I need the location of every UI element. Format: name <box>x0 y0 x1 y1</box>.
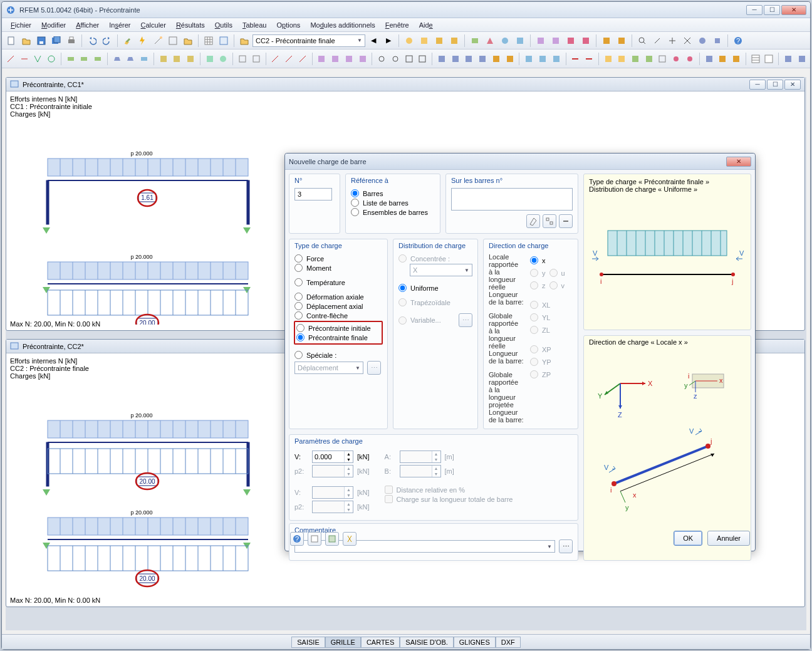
t2-32-icon[interactable] <box>476 52 489 66</box>
prev-icon[interactable]: ◀ <box>367 34 380 48</box>
menu-afficher[interactable]: Afficher <box>72 20 103 30</box>
menu-inserer[interactable]: Insérer <box>105 20 134 30</box>
type-cf-radio[interactable]: Contre-flèche <box>294 311 382 320</box>
open-icon[interactable] <box>19 34 33 48</box>
pick-members-icon[interactable] <box>526 214 540 228</box>
type-defax-radio[interactable]: Déformation axiale <box>294 293 382 301</box>
doc1-close[interactable]: ✕ <box>784 80 801 90</box>
status-dxf[interactable]: DXF <box>496 637 521 648</box>
t2-28-icon[interactable] <box>417 52 429 66</box>
saveall-icon[interactable] <box>49 34 63 48</box>
type-depax-radio[interactable]: Déplacement axial <box>294 302 382 310</box>
t2-33-icon[interactable] <box>490 52 502 66</box>
type-spec-radio[interactable]: Spéciale : <box>294 351 382 359</box>
t2-30-icon[interactable] <box>449 52 462 66</box>
help-icon[interactable]: ? <box>731 34 745 48</box>
t2-2-icon[interactable] <box>18 52 31 66</box>
type-temp-radio[interactable]: Température <box>294 278 382 286</box>
folder2-icon[interactable] <box>181 34 195 48</box>
t2-29-icon[interactable] <box>435 52 448 66</box>
menu-tableau[interactable]: Tableau <box>239 20 271 30</box>
table-icon[interactable] <box>202 34 216 48</box>
t2-7-icon[interactable] <box>91 52 104 66</box>
tool-p-icon[interactable] <box>665 34 679 48</box>
main-minimize-button[interactable]: ─ <box>746 5 763 15</box>
tool-g-icon[interactable] <box>498 34 512 48</box>
main-close-button[interactable]: ✕ <box>781 5 806 15</box>
redo-icon[interactable] <box>100 34 114 48</box>
doc1-min[interactable]: ─ <box>749 80 766 90</box>
undo-icon[interactable] <box>85 34 99 48</box>
tool-n-icon[interactable] <box>615 34 628 48</box>
t2-52-icon[interactable] <box>782 52 794 66</box>
edit-icon[interactable] <box>121 34 135 48</box>
tool-i-icon[interactable] <box>534 34 548 48</box>
wand-icon[interactable] <box>151 34 165 48</box>
doc1-max[interactable]: ☐ <box>767 80 783 90</box>
loadcase-combo[interactable]: CC2 - Précontrainte finale ▼ <box>252 34 365 47</box>
dir-x-radio[interactable]: x <box>530 256 546 264</box>
type-pf-radio[interactable]: Précontrainte finale <box>296 333 380 341</box>
menu-outils[interactable]: Outils <box>211 20 236 30</box>
new-icon[interactable] <box>4 34 18 48</box>
t2-40-icon[interactable] <box>602 52 615 66</box>
t2-49-icon[interactable] <box>730 52 742 66</box>
t2-34-icon[interactable] <box>504 52 516 66</box>
t2-27-icon[interactable] <box>403 52 415 66</box>
t2-53-icon[interactable] <box>796 52 808 66</box>
clear-icon[interactable] <box>559 214 573 228</box>
t2-38-icon[interactable] <box>569 52 581 66</box>
t2-46-icon[interactable] <box>684 52 696 66</box>
frame-icon[interactable] <box>166 34 180 48</box>
t2-22-icon[interactable] <box>329 52 341 66</box>
tool-d-icon[interactable] <box>447 34 461 48</box>
tool-q-icon[interactable] <box>680 34 694 48</box>
t2-37-icon[interactable] <box>550 52 563 66</box>
t2-12-icon[interactable] <box>171 52 184 66</box>
t2-11-icon[interactable] <box>157 52 170 66</box>
t2-3-icon[interactable] <box>31 52 44 66</box>
menu-modules[interactable]: Modules additionnels <box>306 20 378 30</box>
t2-5-icon[interactable] <box>65 52 77 66</box>
menu-fenetre[interactable]: Fenêtre <box>382 20 413 30</box>
tool-e-icon[interactable] <box>468 34 482 48</box>
lightning-icon[interactable] <box>136 34 150 48</box>
no-input[interactable] <box>294 188 332 201</box>
t2-36-icon[interactable] <box>536 52 549 66</box>
tool-m-icon[interactable] <box>600 34 613 48</box>
t2-9-icon[interactable] <box>125 52 137 66</box>
t2-39-icon[interactable] <box>583 52 595 66</box>
main-maximize-button[interactable]: ☐ <box>764 5 780 15</box>
t2-42-icon[interactable] <box>629 52 642 66</box>
ref-ens-radio[interactable]: Ensembles de barres <box>351 208 435 216</box>
select-multi-icon[interactable] <box>543 214 556 228</box>
status-saisie[interactable]: SAISIE <box>291 637 325 648</box>
ref-liste-radio[interactable]: Liste de barres <box>351 199 435 207</box>
menu-resultats[interactable]: Résultats <box>172 20 209 30</box>
t2-24-icon[interactable] <box>357 52 369 66</box>
dialog-close-button[interactable]: ✕ <box>726 157 751 167</box>
t2-26-icon[interactable] <box>389 52 402 66</box>
t2-41-icon[interactable] <box>615 52 628 66</box>
t2-48-icon[interactable] <box>716 52 729 66</box>
t2-51-icon[interactable] <box>763 52 775 66</box>
t2-1-icon[interactable] <box>4 52 17 66</box>
menu-modifier[interactable]: Modifier <box>38 20 70 30</box>
status-grille[interactable]: GRILLE <box>325 637 361 648</box>
zoom-icon[interactable] <box>635 34 649 48</box>
next-icon[interactable]: ▶ <box>382 34 395 48</box>
t2-23-icon[interactable] <box>343 52 355 66</box>
tool-o-icon[interactable] <box>650 34 664 48</box>
type-pi-radio[interactable]: Précontrainte initiale <box>296 324 380 332</box>
sur-input[interactable] <box>451 188 573 211</box>
table2-icon[interactable] <box>217 34 231 48</box>
status-saisieob[interactable]: SAISIE D'OB. <box>400 637 454 648</box>
tool-f-icon[interactable] <box>483 34 497 48</box>
tool-j-icon[interactable] <box>549 34 563 48</box>
tool-a-icon[interactable] <box>402 34 416 48</box>
comment-pick-icon[interactable]: ⋯ <box>559 539 573 553</box>
status-glignes[interactable]: GLIGNES <box>454 637 496 648</box>
t2-50-icon[interactable] <box>749 52 762 66</box>
ref-barres-radio[interactable]: Barres <box>351 189 435 197</box>
units-button[interactable] <box>325 532 339 546</box>
